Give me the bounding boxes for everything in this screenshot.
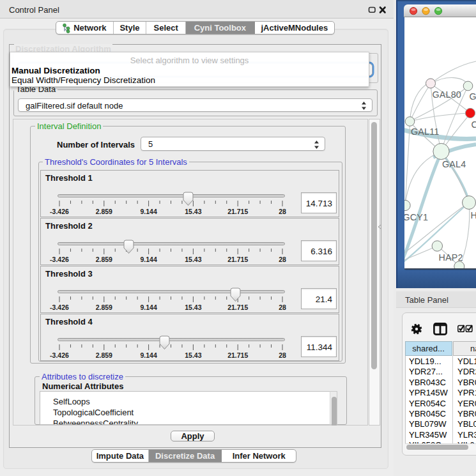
svg-text:GAL11: GAL11 (411, 127, 439, 137)
svg-text:HAP2: HAP2 (439, 252, 463, 263)
svg-text:GAL4: GAL4 (442, 159, 466, 169)
svg-text:GAL80: GAL80 (433, 89, 462, 100)
svg-text:GCY1: GCY1 (404, 212, 428, 222)
svg-text:GA: GA (470, 91, 476, 102)
svg-text:H: H (471, 210, 476, 220)
svg-text:CD: CD (472, 119, 476, 130)
